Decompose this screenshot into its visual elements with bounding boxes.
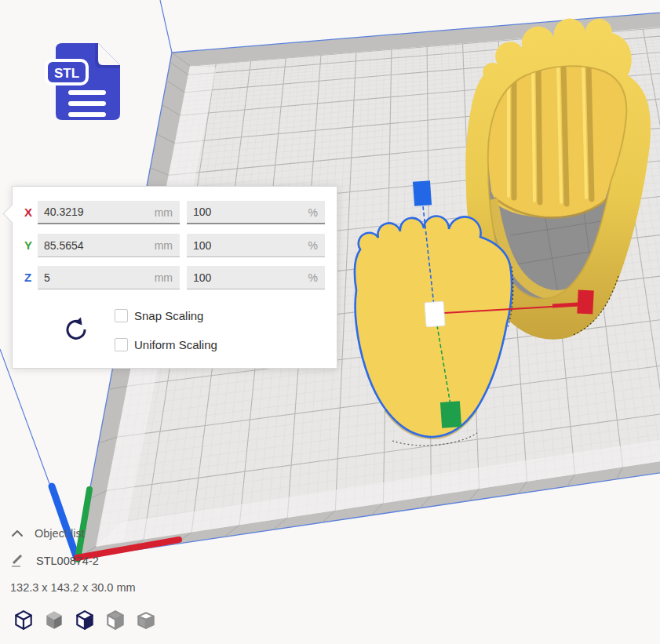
scale-z-percent-field: % (187, 266, 325, 289)
scale-row-x: X mm % (13, 201, 337, 224)
scale-y-percent-field: % (187, 234, 325, 257)
stl-file-badge: STL (45, 42, 123, 122)
axis-y-label: Y (24, 238, 32, 252)
gizmo-center-handle[interactable] (425, 301, 445, 327)
object-list-header[interactable]: Object list (35, 527, 85, 540)
scale-y-mm-input[interactable] (44, 234, 151, 257)
object-name: STL00874-2 (36, 555, 99, 567)
axis-x-label: X (24, 206, 32, 219)
cube-front-view-icon[interactable] (42, 609, 66, 634)
scale-x-mm-input[interactable] (44, 201, 151, 223)
scale-tool-panel: X mm % Y mm % Z mm (12, 186, 337, 369)
pencil-edit-icon[interactable] (11, 554, 25, 568)
cube-3d-view-icon[interactable] (12, 609, 35, 634)
gizmo-z-handle[interactable] (413, 180, 432, 206)
scale-x-percent-field: % (187, 201, 325, 224)
uniform-scaling-row: Uniform Scaling (115, 337, 217, 351)
object-dimensions: 132.3 x 143.2 x 30.0 mm (10, 581, 136, 594)
scale-z-percent-input[interactable] (193, 266, 297, 289)
camera-view-toolbar (12, 609, 158, 634)
mm-unit-label: mm (155, 206, 173, 219)
percent-unit-label: % (308, 271, 318, 284)
scale-x-percent-input[interactable] (193, 201, 297, 223)
uniform-scaling-checkbox[interactable] (115, 338, 128, 351)
reset-scale-button[interactable] (60, 315, 91, 346)
snap-scaling-checkbox[interactable] (115, 309, 128, 322)
uniform-scaling-label: Uniform Scaling (134, 338, 217, 351)
snap-scaling-label: Snap Scaling (134, 309, 203, 322)
stl-file-icon: STL (45, 42, 123, 122)
reset-rotate-icon (62, 316, 89, 343)
cube-left-view-icon[interactable] (104, 609, 127, 634)
percent-unit-label: % (308, 239, 318, 252)
snap-scaling-row: Snap Scaling (115, 308, 203, 322)
scale-z-mm-field: mm (38, 266, 180, 289)
axis-z-label: Z (24, 271, 31, 284)
3d-viewport[interactable]: STL X mm % Y mm (0, 0, 660, 644)
scale-y-mm-field: mm (38, 234, 180, 257)
scale-row-z: Z mm % (13, 266, 337, 289)
scale-x-mm-field: mm (38, 201, 180, 224)
scale-row-y: Y mm % (13, 234, 337, 257)
chevron-up-icon[interactable] (11, 529, 24, 538)
scale-z-mm-input[interactable] (44, 266, 151, 289)
mm-unit-label: mm (155, 271, 173, 284)
scale-y-percent-input[interactable] (193, 234, 297, 257)
gizmo-x-handle[interactable] (577, 289, 594, 314)
cube-right-view-icon[interactable] (134, 609, 158, 634)
percent-unit-label: % (308, 206, 318, 219)
cube-top-view-icon[interactable] (73, 609, 97, 634)
gizmo-y-handle[interactable] (440, 401, 461, 428)
mm-unit-label: mm (155, 239, 173, 252)
stl-badge-label: STL (54, 66, 79, 81)
